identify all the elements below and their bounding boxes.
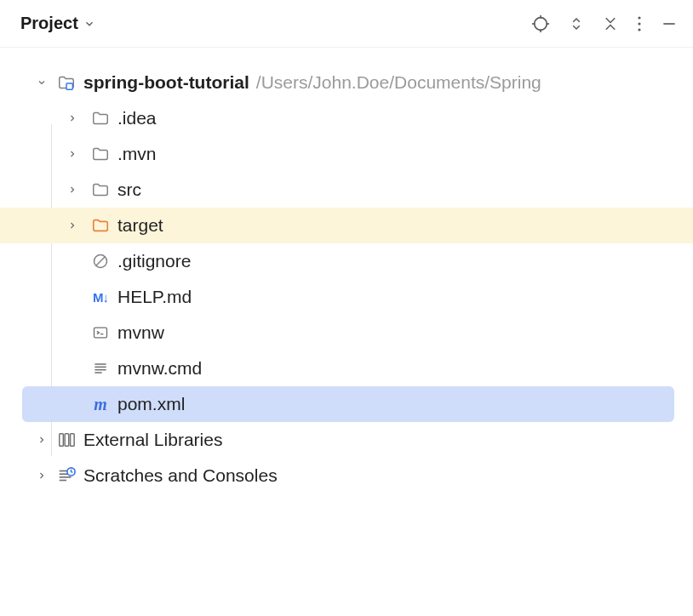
expand-collapse-icon[interactable] (569, 15, 584, 32)
node-label: src (117, 180, 141, 200)
svg-rect-9 (66, 83, 72, 89)
svg-rect-19 (65, 434, 69, 447)
module-folder-icon (56, 72, 77, 93)
file-pom-xml[interactable]: m pom.xml (22, 386, 674, 422)
svg-rect-20 (71, 434, 75, 447)
chevron-right-icon[interactable] (66, 185, 78, 195)
file-gitignore[interactable]: .gitignore (0, 243, 693, 279)
locate-icon[interactable] (531, 14, 550, 33)
more-options-icon[interactable] (637, 15, 642, 32)
node-label: .gitignore (117, 251, 191, 271)
node-label: mvnw (117, 322, 164, 343)
file-help-md[interactable]: M↓ HELP.md (0, 279, 693, 315)
shell-file-icon (90, 322, 111, 343)
ignored-file-icon (90, 251, 111, 271)
chevron-right-icon[interactable] (36, 435, 48, 445)
node-label: .mvn (117, 144, 157, 164)
toolbar-title-group[interactable]: Project (20, 14, 95, 33)
svg-point-7 (638, 28, 640, 31)
maven-file-icon: m (90, 394, 111, 414)
folder-icon (90, 108, 111, 128)
svg-point-0 (535, 17, 547, 30)
node-label: HELP.md (117, 287, 192, 307)
root-path: /Users/John.Doe/Documents/Spring (256, 72, 541, 93)
tree-root-node[interactable]: spring-boot-tutorial /Users/John.Doe/Doc… (0, 65, 693, 100)
folder-src[interactable]: src (0, 172, 693, 208)
root-name: spring-boot-tutorial (83, 72, 249, 93)
svg-rect-18 (60, 434, 64, 447)
scratches-consoles-node[interactable]: Scratches and Consoles (0, 458, 693, 493)
minimize-icon[interactable] (661, 15, 678, 32)
chevron-right-icon[interactable] (66, 220, 78, 231)
node-label: .idea (117, 108, 157, 128)
node-label: pom.xml (117, 394, 185, 414)
markdown-file-icon: M↓ (90, 287, 111, 307)
chevron-right-icon[interactable] (66, 113, 78, 123)
chevron-down-icon[interactable] (83, 18, 95, 30)
text-file-icon (90, 358, 111, 379)
folder-icon (90, 180, 111, 200)
svg-line-11 (96, 257, 105, 265)
libraries-icon (56, 430, 77, 450)
folder-icon (90, 144, 111, 164)
svg-rect-12 (94, 328, 107, 338)
node-label: Scratches and Consoles (83, 465, 278, 486)
file-mvnw[interactable]: mvnw (0, 315, 693, 351)
file-mvnw-cmd[interactable]: mvnw.cmd (0, 351, 693, 386)
scratches-icon (56, 465, 77, 486)
svg-point-5 (638, 16, 640, 19)
external-libraries-node[interactable]: External Libraries (0, 422, 693, 458)
toolbar-actions (531, 14, 678, 33)
toolbar-title: Project (20, 14, 78, 33)
folder-target[interactable]: target (0, 208, 693, 243)
project-toolbar: Project (0, 0, 693, 48)
chevron-right-icon[interactable] (36, 471, 48, 481)
node-label: target (117, 215, 163, 236)
chevron-down-icon[interactable] (36, 77, 48, 88)
collapse-all-icon[interactable] (603, 16, 618, 31)
node-label: External Libraries (83, 430, 222, 450)
svg-point-6 (638, 22, 640, 25)
folder-idea[interactable]: .idea (0, 100, 693, 136)
project-tree: spring-boot-tutorial /Users/John.Doe/Doc… (0, 48, 693, 493)
chevron-right-icon[interactable] (66, 149, 78, 159)
excluded-folder-icon (90, 215, 111, 236)
folder-mvn[interactable]: .mvn (0, 136, 693, 172)
node-label: mvnw.cmd (117, 358, 202, 379)
